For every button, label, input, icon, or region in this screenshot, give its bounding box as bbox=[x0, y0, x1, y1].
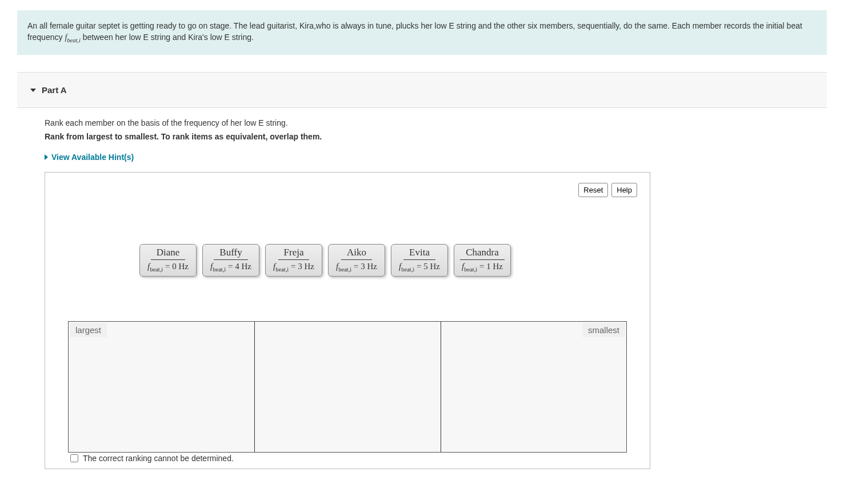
intro-text-after: between her low E string and Kira's low … bbox=[81, 33, 254, 42]
part-label: Part A bbox=[42, 85, 67, 95]
ranking-widget: Reset Help Diane fbeat,i = 0 Hz Buffy fb… bbox=[45, 172, 650, 469]
cannot-determine-label: The correct ranking cannot be determined… bbox=[83, 454, 234, 463]
view-hints-link[interactable]: View Available Hint(s) bbox=[45, 153, 134, 162]
part-body: Rank each member on the basis of the fre… bbox=[0, 108, 844, 469]
widget-toolbar: Reset Help bbox=[578, 183, 637, 197]
rank-item-freja[interactable]: Freja fbeat,i = 3 Hz bbox=[265, 244, 322, 277]
cannot-determine-checkbox[interactable] bbox=[70, 454, 78, 462]
rank-item-chandra[interactable]: Chandra fbeat,i = 1 Hz bbox=[454, 244, 511, 277]
rank-item-diane[interactable]: Diane fbeat,i = 0 Hz bbox=[139, 244, 197, 277]
cannot-determine-row[interactable]: The correct ranking cannot be determined… bbox=[70, 454, 234, 463]
reset-button[interactable]: Reset bbox=[578, 183, 608, 197]
rank-item-evita[interactable]: Evita fbeat,i = 5 Hz bbox=[391, 244, 448, 277]
help-button[interactable]: Help bbox=[611, 183, 637, 197]
ranking-drop-zone[interactable]: largest smallest bbox=[68, 321, 627, 453]
rank-item-aiko[interactable]: Aiko fbeat,i = 3 Hz bbox=[328, 244, 385, 277]
fbeat-symbol: fbeat,i bbox=[65, 33, 81, 42]
divider bbox=[441, 322, 441, 452]
part-a-header[interactable]: Part A bbox=[17, 72, 827, 108]
divider bbox=[254, 322, 255, 452]
chevron-right-icon bbox=[45, 154, 48, 160]
instruction-line-2: Rank from largest to smallest. To rank i… bbox=[45, 132, 827, 141]
rank-item-buffy[interactable]: Buffy fbeat,i = 4 Hz bbox=[202, 244, 259, 277]
hints-label: View Available Hint(s) bbox=[51, 153, 134, 162]
smallest-label: smallest bbox=[582, 323, 625, 337]
items-pool: Diane fbeat,i = 0 Hz Buffy fbeat,i = 4 H… bbox=[139, 244, 511, 277]
instruction-line-1: Rank each member on the basis of the fre… bbox=[45, 118, 827, 127]
problem-intro: An all female guitar septet is getting r… bbox=[17, 10, 827, 55]
largest-label: largest bbox=[70, 323, 107, 337]
chevron-down-icon bbox=[30, 89, 36, 92]
